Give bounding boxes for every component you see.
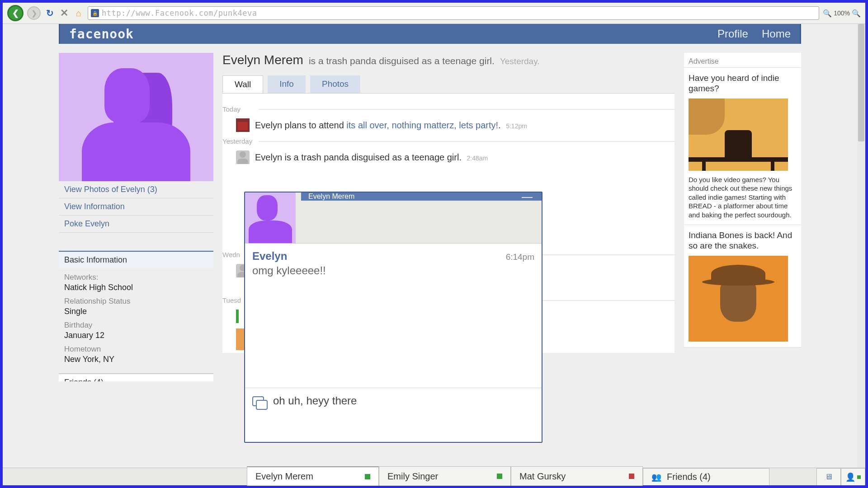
day-yesterday: Yesterday — [222, 137, 254, 145]
chat-reply-text[interactable]: oh uh, heyy there — [273, 394, 357, 407]
chat-tab-mat[interactable]: Mat Gursky — [511, 466, 643, 486]
url-bar[interactable]: 🔒 http://www.Facenook.com/punk4eva — [88, 6, 819, 20]
left-column: View Photos of Evelyn (3) View Informati… — [59, 53, 213, 381]
networks-value: Natick High School — [64, 283, 208, 292]
link-view-info[interactable]: View Information — [59, 198, 213, 216]
lock-icon: 🔒 — [91, 9, 99, 17]
chat-avatar[interactable] — [245, 192, 296, 243]
friends-icon: 👥 — [651, 472, 661, 482]
chat-time: 6:14pm — [506, 252, 534, 262]
post-status-time: 2:48am — [467, 155, 488, 162]
browser-toolbar: ❮ ❯ ↻ ✕ ⌂ 🔒 http://www.Facenook.com/punk… — [3, 3, 865, 24]
ad-block-1[interactable]: Have you heard of indie games? Do you li… — [684, 68, 801, 225]
networks-label: Networks: — [64, 273, 208, 282]
relationship-label: Relationship Status — [64, 297, 208, 306]
site-logo[interactable]: facenook — [69, 27, 134, 42]
profile-status: is a trash panda disguised as a teenage … — [309, 56, 495, 66]
zoom-out-icon[interactable]: 🔍 — [823, 9, 832, 18]
status-dot-online — [497, 474, 502, 479]
day-today: Today — [222, 105, 254, 113]
status-dot-online — [365, 474, 370, 479]
nav-back-button[interactable]: ❮ — [7, 5, 24, 21]
right-column: Advertise Have you heard of indie games?… — [684, 53, 801, 347]
status-dot-busy — [629, 474, 634, 479]
status-icon — [236, 150, 250, 164]
site-header: facenook Profile Home — [59, 24, 801, 44]
post-event-time: 5:12pm — [506, 122, 527, 130]
relationship-value: Single — [64, 307, 208, 316]
chat-tab-evelyn[interactable]: Evelyn Merem — [247, 466, 379, 486]
profile-avatar[interactable] — [59, 53, 213, 181]
desktop-icon-button[interactable]: 🖥 — [816, 468, 841, 485]
friends-section-title[interactable]: Friends (4) — [59, 373, 213, 381]
tab-info[interactable]: Info — [268, 75, 306, 93]
chat-message: omg kyleeeee!! — [252, 264, 534, 277]
birthday-value: January 12 — [64, 331, 208, 340]
chat-title: Evelyn Merem — [308, 192, 354, 201]
chat-minimize-button[interactable]: — — [520, 194, 534, 199]
nav-profile[interactable]: Profile — [717, 28, 748, 40]
hometown-label: Hometown — [64, 345, 208, 354]
chat-tab-emily[interactable]: Emily Singer — [379, 466, 511, 486]
ad1-title: Have you heard of indie games? — [689, 73, 797, 94]
post-marker — [236, 310, 239, 323]
day-tuesday: Tuesday — [222, 296, 241, 304]
stop-button[interactable]: ✕ — [59, 8, 70, 19]
birthday-label: Birthday — [64, 321, 208, 330]
basic-info-title: Basic Information — [59, 251, 213, 268]
event-icon — [236, 118, 250, 132]
friends-panel-button[interactable]: 👥 Friends (4) — [643, 468, 769, 485]
post-event: Evelyn plans to attend its all over, not… — [255, 120, 527, 131]
tab-wall[interactable]: Wall — [222, 75, 263, 93]
chat-bubble-icon — [252, 396, 267, 409]
event-link[interactable]: its all over, nothing matterz, lets part… — [346, 120, 498, 130]
zoom-in-icon[interactable]: 🔍 — [852, 9, 861, 18]
nav-forward-button: ❯ — [27, 6, 41, 20]
chat-reply-area[interactable]: oh uh, heyy there — [245, 388, 542, 442]
tab-photos[interactable]: Photos — [310, 75, 360, 93]
nav-home[interactable]: Home — [762, 28, 791, 40]
chat-sender[interactable]: Evelyn — [252, 250, 287, 263]
day-wednesday: Wednesday — [222, 251, 241, 258]
ad2-title: Indiana Bones is back! And so are the sn… — [689, 230, 797, 251]
zoom-controls: 🔍 100% 🔍 — [823, 9, 861, 18]
chat-bottom-bar: Evelyn Merem Emily Singer Mat Gursky 👥 F… — [3, 468, 865, 485]
ad1-image — [689, 99, 788, 171]
presence-icon-button[interactable]: 👤 — [841, 468, 865, 485]
zoom-level: 100% — [834, 9, 850, 17]
profile-name: Evelyn Merem — [222, 53, 303, 67]
page-scrollbar[interactable] — [857, 24, 865, 468]
ad1-desc: Do you like video games? You should chec… — [689, 175, 797, 220]
ad-block-2[interactable]: Indiana Bones is back! And so are the sn… — [684, 225, 801, 347]
ad2-image — [689, 256, 788, 342]
home-button[interactable]: ⌂ — [73, 8, 84, 19]
chat-window: Evelyn Merem — Evelyn 6:14pm omg kyleeee… — [244, 192, 542, 443]
post-status: Evelyn is a trash panda disguised as a t… — [255, 152, 488, 163]
reload-button[interactable]: ↻ — [44, 8, 55, 19]
profile-status-time: Yesterday. — [500, 56, 540, 66]
hometown-value: New York, NY — [64, 355, 208, 364]
scrollbar-thumb[interactable] — [858, 24, 864, 141]
advertise-label[interactable]: Advertise — [684, 56, 801, 68]
link-poke[interactable]: Poke Evelyn — [59, 216, 213, 233]
url-text: http://www.Facenook.com/punk4eva — [102, 9, 257, 18]
link-view-photos[interactable]: View Photos of Evelyn (3) — [59, 181, 213, 198]
